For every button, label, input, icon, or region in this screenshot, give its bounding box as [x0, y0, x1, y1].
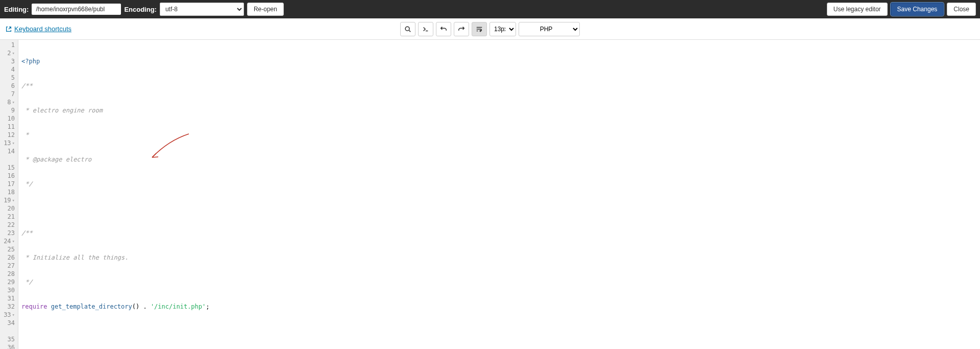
keyboard-shortcuts-label: Keyboard shortcuts	[14, 25, 71, 33]
line-number: 8 ▾	[2, 98, 15, 106]
fold-icon[interactable]: ▾	[12, 237, 15, 245]
line-number: 18	[2, 188, 15, 196]
keyboard-shortcuts-link[interactable]: Keyboard shortcuts	[5, 25, 71, 33]
language-select[interactable]: PHP	[519, 22, 580, 36]
fold-icon[interactable]: ▾	[12, 196, 15, 204]
gutter: 12 ▾345678 ▾910111213 ▾141516171819 ▾202…	[0, 40, 18, 349]
line-number: 33 ▾	[2, 311, 15, 319]
line-number: 4	[2, 65, 15, 74]
header-left: Editing: Encoding: utf-8 Re-open	[4, 3, 823, 16]
code-line: /**	[21, 82, 313, 90]
line-number	[2, 155, 15, 164]
external-link-icon	[5, 26, 12, 33]
close-button[interactable]: Close	[947, 3, 976, 16]
code-line: * Initialize all the things.	[21, 253, 313, 262]
code-line: */	[21, 180, 313, 188]
wrap-icon	[476, 26, 483, 33]
terminal-icon	[422, 26, 429, 33]
undo-icon	[440, 26, 447, 33]
line-number: 3	[2, 57, 15, 65]
line-number: 28	[2, 270, 15, 278]
fold-icon[interactable]: ▾	[12, 98, 15, 106]
undo-button[interactable]	[436, 22, 451, 36]
redo-button[interactable]	[454, 22, 469, 36]
line-number: 29	[2, 278, 15, 286]
code-line: *	[21, 131, 313, 139]
line-number: 24 ▾	[2, 237, 15, 245]
line-number: 26	[2, 253, 15, 262]
code-line: * @package electro	[21, 155, 313, 164]
line-number: 32	[2, 303, 15, 311]
line-number: 25	[2, 245, 15, 253]
encoding-select[interactable]: utf-8	[160, 3, 244, 16]
line-number: 16	[2, 172, 15, 180]
fold-icon[interactable]: ▾	[12, 311, 15, 319]
terminal-button[interactable]	[418, 22, 433, 36]
line-number: 7	[2, 90, 15, 98]
fold-icon[interactable]: ▾	[12, 49, 15, 57]
line-number: 19 ▾	[2, 196, 15, 204]
wrap-button[interactable]	[472, 22, 487, 36]
line-number: 13 ▾	[2, 139, 15, 147]
line-number: 21	[2, 213, 15, 221]
redo-icon	[458, 26, 465, 33]
header: Editing: Encoding: utf-8 Re-open Use leg…	[0, 0, 980, 18]
toolbar-center: 13px PHP	[400, 22, 580, 36]
line-number: 12	[2, 131, 15, 139]
line-number: 20	[2, 204, 15, 213]
code-line	[21, 327, 313, 335]
line-number: 30	[2, 286, 15, 294]
line-number: 31	[2, 294, 15, 303]
search-icon	[404, 26, 411, 33]
editor[interactable]: 12 ▾345678 ▾910111213 ▾141516171819 ▾202…	[0, 40, 980, 349]
line-number: 9	[2, 106, 15, 114]
toolbar: Keyboard shortcuts 13px PHP	[0, 18, 980, 40]
line-number: 27	[2, 262, 15, 270]
code-line: * electro engine room	[21, 106, 313, 114]
search-button[interactable]	[400, 22, 415, 36]
line-number: 14	[2, 147, 15, 155]
line-number: 10	[2, 114, 15, 123]
line-number: 5	[2, 74, 15, 82]
reopen-button[interactable]: Re-open	[247, 3, 284, 16]
line-number: 34	[2, 319, 15, 327]
line-number: 36	[2, 343, 15, 349]
fold-icon[interactable]: ▾	[12, 139, 15, 147]
code-line: <?php	[21, 57, 313, 65]
line-number: 6	[2, 82, 15, 90]
fontsize-select[interactable]: 13px	[489, 22, 516, 36]
line-number: 11	[2, 123, 15, 131]
code-line: */	[21, 278, 313, 286]
code-area[interactable]: <?php /** * electro engine room * * @pac…	[18, 40, 313, 349]
line-number: 2 ▾	[2, 49, 15, 57]
line-number: 22	[2, 221, 15, 229]
code-line: require get_template_directory() . '/inc…	[21, 303, 313, 311]
line-number: 17	[2, 180, 15, 188]
line-number: 23	[2, 229, 15, 237]
editing-label: Editing:	[4, 6, 29, 13]
line-number	[2, 327, 15, 335]
header-right: Use legacy editor Save Changes Close	[827, 3, 976, 16]
line-number: 1	[2, 41, 15, 49]
file-path-input[interactable]	[32, 4, 121, 15]
svg-point-0	[405, 27, 409, 31]
line-number: 15	[2, 164, 15, 172]
save-changes-button[interactable]: Save Changes	[891, 3, 944, 16]
code-line	[21, 204, 313, 213]
line-number: 35	[2, 335, 15, 343]
legacy-editor-button[interactable]: Use legacy editor	[827, 3, 888, 16]
code-line: /**	[21, 229, 313, 237]
encoding-label: Encoding:	[124, 6, 157, 13]
